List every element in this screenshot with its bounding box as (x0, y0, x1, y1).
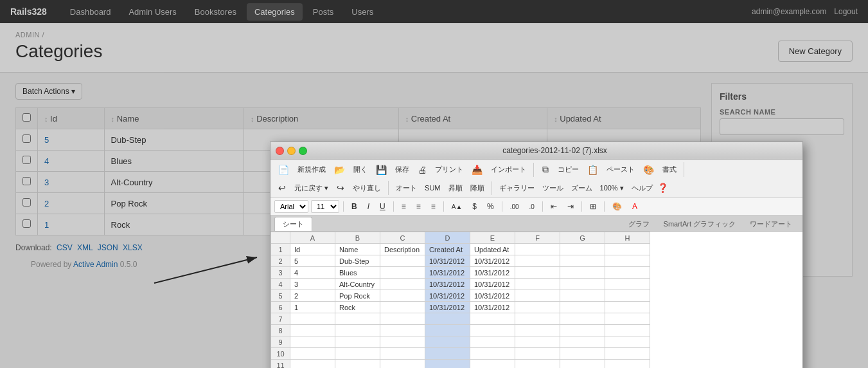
indent-more[interactable]: ⇥ (563, 200, 578, 213)
excel-sheet[interactable]: A B C D E F G H 1IdNameDescriptionCreate… (270, 232, 802, 287)
fill-color[interactable]: 🎨 (608, 200, 626, 213)
toolbar-new-icon[interactable]: 📄 (274, 163, 293, 177)
toolbar-undo-icon[interactable]: ↩ (274, 181, 290, 195)
toolbar-desc[interactable]: 降順 (467, 181, 488, 195)
cell-1-6[interactable] (560, 244, 605, 255)
toolbar-help[interactable]: ヘルプ (628, 181, 656, 195)
toolbar-sum[interactable]: SUM (421, 182, 443, 194)
text-color[interactable]: A (628, 200, 641, 213)
cell-4-0[interactable]: 3 (290, 279, 335, 288)
cell-1-3[interactable]: Created At (425, 244, 470, 255)
col-f-header[interactable]: F (515, 232, 560, 244)
cell-3-1[interactable]: Blues (335, 267, 380, 279)
toolbar-asc[interactable]: 昇順 (445, 181, 466, 195)
cell-2-2[interactable] (380, 255, 425, 267)
col-h-header[interactable]: H (605, 232, 650, 244)
cell-3-3[interactable]: 10/31/2012 (425, 267, 470, 279)
cell-1-0[interactable]: Id (290, 244, 335, 255)
currency[interactable]: $ (468, 200, 481, 213)
cell-4-7[interactable] (605, 279, 650, 288)
align-center[interactable]: ≡ (412, 200, 425, 213)
toolbar-undo[interactable]: 元に戻す ▾ (291, 181, 332, 195)
toolbar-import[interactable]: インポート (488, 163, 529, 176)
toolbar-copy-icon[interactable]: ⧉ (538, 162, 553, 177)
toolbar-open-icon[interactable]: 📂 (330, 163, 349, 177)
toolbar-help-icon: ❓ (657, 183, 668, 193)
cell-2-1[interactable]: Dub-Step (335, 255, 380, 267)
percent[interactable]: % (483, 200, 498, 213)
toolbar-auto[interactable]: オート (393, 181, 420, 195)
cell-1-2[interactable]: Description (380, 244, 425, 255)
toolbar-format-icon[interactable]: 🎨 (639, 163, 658, 177)
cell-2-4[interactable]: 10/31/2012 (470, 255, 515, 267)
minimize-button[interactable] (287, 147, 296, 155)
cell-3-7[interactable] (605, 267, 650, 279)
align-right[interactable]: ≡ (427, 200, 439, 213)
borders[interactable]: ⊞ (586, 200, 600, 213)
wordart-tab[interactable]: ワードアート (743, 217, 799, 231)
toolbar-zoom-value[interactable]: 100% ▾ (597, 182, 627, 194)
text-size-up[interactable]: A▲ (448, 201, 466, 212)
decimal-less[interactable]: .0 (526, 201, 538, 212)
align-left[interactable]: ≡ (398, 200, 410, 213)
font-size-select[interactable]: 11 (311, 200, 339, 213)
cell-4-6[interactable] (560, 279, 605, 288)
col-c-header[interactable]: C (380, 232, 425, 244)
toolbar-print-icon[interactable]: 🖨 (414, 163, 430, 177)
cell-4-4[interactable]: 10/31/2012 (470, 279, 515, 288)
underline-button[interactable]: U (376, 200, 389, 213)
cell-4-3[interactable]: 10/31/2012 (425, 279, 470, 288)
sheet-tab[interactable]: シート (274, 217, 312, 231)
cell-4-1[interactable]: Alt-Country (335, 279, 380, 288)
decimal-more[interactable]: .00 (506, 201, 523, 212)
cell-3-4[interactable]: 10/31/2012 (470, 267, 515, 279)
font-select[interactable]: Arial (274, 200, 308, 213)
format-divider-3 (443, 201, 444, 212)
toolbar-tools[interactable]: ツール (539, 181, 567, 195)
toolbar-zoom[interactable]: ズーム (568, 181, 596, 195)
cell-2-6[interactable] (560, 255, 605, 267)
smartart-tab[interactable]: SmartArt グラフィック (657, 217, 742, 231)
format-divider-5 (542, 201, 543, 212)
col-e-header[interactable]: E (470, 232, 515, 244)
toolbar-format[interactable]: 書式 (659, 163, 680, 176)
indent-less[interactable]: ⇤ (547, 200, 561, 213)
close-button[interactable] (276, 147, 284, 155)
cell-2-3[interactable]: 10/31/2012 (425, 255, 470, 267)
format-divider (343, 201, 344, 212)
toolbar-paste-icon[interactable]: 📋 (583, 163, 602, 177)
cell-1-1[interactable]: Name (335, 244, 380, 255)
cell-3-6[interactable] (560, 267, 605, 279)
italic-button[interactable]: I (364, 200, 373, 213)
row-number-3: 3 (271, 267, 290, 279)
toolbar-redo-icon[interactable]: ↪ (333, 181, 348, 195)
col-g-header[interactable]: G (560, 232, 605, 244)
cell-1-5[interactable] (515, 244, 560, 255)
cell-4-2[interactable] (380, 279, 425, 288)
col-a-header[interactable]: A (290, 232, 335, 244)
toolbar-open[interactable]: 開く (350, 163, 371, 176)
cell-2-5[interactable] (515, 255, 560, 267)
cell-3-2[interactable] (380, 267, 425, 279)
toolbar-redo[interactable]: やり直し (350, 181, 384, 195)
col-d-header[interactable]: D (425, 232, 470, 244)
bold-button[interactable]: B (348, 200, 361, 213)
toolbar-print[interactable]: プリント (432, 163, 466, 176)
cell-1-7[interactable] (605, 244, 650, 255)
toolbar-import-icon[interactable]: 📥 (468, 163, 486, 177)
cell-2-0[interactable]: 5 (290, 255, 335, 267)
cell-2-7[interactable] (605, 255, 650, 267)
toolbar-gallery[interactable]: ギャラリー (496, 181, 538, 195)
toolbar-new[interactable]: 新規作成 (294, 163, 329, 176)
cell-1-4[interactable]: Updated At (470, 244, 515, 255)
col-b-header[interactable]: B (335, 232, 380, 244)
cell-3-0[interactable]: 4 (290, 267, 335, 279)
toolbar-save[interactable]: 保存 (392, 163, 412, 176)
cell-4-5[interactable] (515, 279, 560, 288)
toolbar-save-icon[interactable]: 💾 (372, 163, 391, 177)
graph-tab[interactable]: グラフ (622, 217, 656, 231)
maximize-button[interactable] (299, 147, 307, 155)
toolbar-copy[interactable]: コピー (554, 163, 582, 176)
cell-3-5[interactable] (515, 267, 560, 279)
toolbar-paste[interactable]: ペースト (603, 163, 638, 176)
